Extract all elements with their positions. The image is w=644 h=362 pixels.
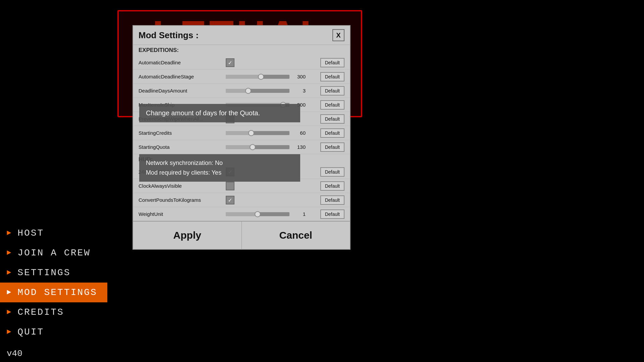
setting-row: StartingCredits 60 Default (133, 126, 350, 140)
slider-track[interactable] (226, 131, 289, 135)
chevron-icon: ► (7, 308, 12, 316)
slider-thumb[interactable] (258, 74, 264, 80)
setting-control: 60 (226, 130, 320, 136)
setting-row: MaxItemsInShip 500 Default (133, 98, 350, 112)
setting-name: WeightUnit (139, 211, 226, 217)
setting-name: AutomaticDeadline (139, 60, 226, 65)
mod-settings-modal: Mod Settings : X EXPEDITIONS: AutomaticD… (132, 25, 351, 250)
slider-container: 60 (226, 130, 320, 136)
modal-close-button[interactable]: X (332, 29, 344, 41)
slider-container: 500 (226, 102, 320, 108)
checkbox-clock-visible[interactable] (226, 182, 234, 190)
default-button[interactable]: Default (320, 195, 344, 205)
apply-button[interactable]: Apply (133, 222, 242, 249)
default-button[interactable]: Default (320, 114, 344, 124)
slider-container: 300 (226, 74, 320, 79)
slider-container: 1 (226, 211, 320, 217)
default-button[interactable]: Default (320, 128, 344, 138)
slider-thumb[interactable] (280, 102, 286, 108)
setting-name: DeadlineDaysAmount (139, 88, 226, 94)
cancel-button[interactable]: Cancel (242, 222, 350, 249)
setting-control (226, 182, 320, 190)
default-button[interactable]: Default (320, 100, 344, 110)
slider-value: 130 (292, 144, 306, 150)
default-button[interactable]: Default (320, 58, 344, 67)
slider-value: 60 (292, 130, 306, 136)
setting-row: ClockAlwaysVisible Default (133, 179, 350, 193)
sidebar-item-host[interactable]: ► Host (0, 223, 107, 243)
setting-name: PreventScrapWipeWhenAll... (139, 116, 226, 122)
chevron-icon: ► (7, 229, 12, 237)
slider-track[interactable] (226, 75, 289, 79)
chevron-icon: ► (7, 288, 12, 297)
setting-name: ConvertPoundsToKilograms (139, 197, 226, 203)
section-hud: HUD: (133, 154, 350, 165)
sidebar-item-quit[interactable]: ► Quit (0, 322, 107, 342)
slider-value: 3 (292, 88, 306, 94)
slider-container: 130 (226, 144, 320, 150)
sidebar-item-label: Host (17, 228, 44, 238)
sidebar-item-credits[interactable]: ► Credits (0, 302, 107, 322)
default-button[interactable]: Default (320, 167, 344, 177)
checkbox-24hours[interactable] (226, 168, 234, 176)
modal-footer: Apply Cancel (133, 221, 350, 249)
sidebar-item-settings[interactable]: ► Settings (0, 263, 107, 283)
slider-thumb[interactable] (245, 88, 251, 94)
slider-thumb[interactable] (248, 130, 254, 136)
setting-control: 3 (226, 88, 320, 94)
default-button[interactable]: Default (320, 181, 344, 191)
slider-thumb[interactable] (255, 211, 261, 217)
slider-value: 300 (292, 74, 306, 79)
slider-fill (226, 145, 253, 149)
slider-fill (226, 75, 261, 79)
checkbox-prevent-scrap[interactable] (226, 115, 234, 123)
slider-container: 3 (226, 88, 320, 94)
setting-row: 24HoursClock Default (133, 165, 350, 179)
slider-value: 500 (292, 102, 306, 108)
version-label: v40 (7, 349, 22, 359)
section-expeditions: EXPEDITIONS: (133, 45, 350, 56)
setting-name: 24HoursClock (139, 169, 226, 175)
checkbox-automatic-deadline[interactable] (226, 58, 234, 67)
checkbox-convert-pounds[interactable] (226, 196, 234, 204)
slider-track[interactable] (226, 212, 289, 216)
sidebar-item-label: Join a crew (17, 248, 91, 258)
setting-control (226, 58, 320, 67)
sidebar-item-join-crew[interactable]: ► Join a crew (0, 243, 107, 263)
modal-title: Mod Settings : (139, 30, 199, 41)
sidebar-item-label: Quit (17, 327, 44, 337)
slider-track[interactable] (226, 145, 289, 149)
default-button[interactable]: Default (320, 142, 344, 152)
slider-track[interactable] (226, 103, 289, 107)
slider-track[interactable] (226, 89, 289, 93)
setting-control: 130 (226, 144, 320, 150)
chevron-icon: ► (7, 328, 12, 336)
sidebar-item-label: Settings (17, 267, 70, 278)
setting-name: StartingCredits (139, 130, 226, 136)
modal-header: Mod Settings : X (133, 26, 350, 45)
setting-control (226, 115, 320, 123)
setting-control (226, 196, 320, 204)
setting-control: 500 (226, 102, 320, 108)
setting-name: ClockAlwaysVisible (139, 183, 226, 189)
slider-fill (226, 103, 283, 107)
default-button[interactable]: Default (320, 86, 344, 96)
setting-row: WeightUnit 1 Default (133, 207, 350, 221)
sidebar-item-mod-settings[interactable]: ► Mod Settings (0, 283, 107, 302)
setting-row: DeadlineDaysAmount 3 Default (133, 84, 350, 98)
setting-row: AutomaticDeadlineStage 300 Default (133, 70, 350, 84)
default-button[interactable]: Default (320, 209, 344, 219)
setting-name: AutomaticDeadlineStage (139, 74, 226, 79)
default-button[interactable]: Default (320, 72, 344, 81)
sidebar-item-label: Mod Settings (17, 287, 97, 298)
sidebar-item-label: Credits (17, 307, 64, 317)
setting-control: 1 (226, 211, 320, 217)
setting-row: PreventScrapWipeWhenAll... Default (133, 112, 350, 126)
setting-name: StartingQuota (139, 144, 226, 150)
setting-name: MaxItemsInShip (139, 102, 226, 108)
slider-thumb[interactable] (250, 144, 256, 150)
sidebar: ► Host ► Join a crew ► Settings ► Mod Se… (0, 0, 107, 362)
slider-fill (226, 131, 251, 135)
modal-content[interactable]: EXPEDITIONS: AutomaticDeadline Default A… (133, 45, 350, 221)
setting-control: 300 (226, 74, 320, 79)
